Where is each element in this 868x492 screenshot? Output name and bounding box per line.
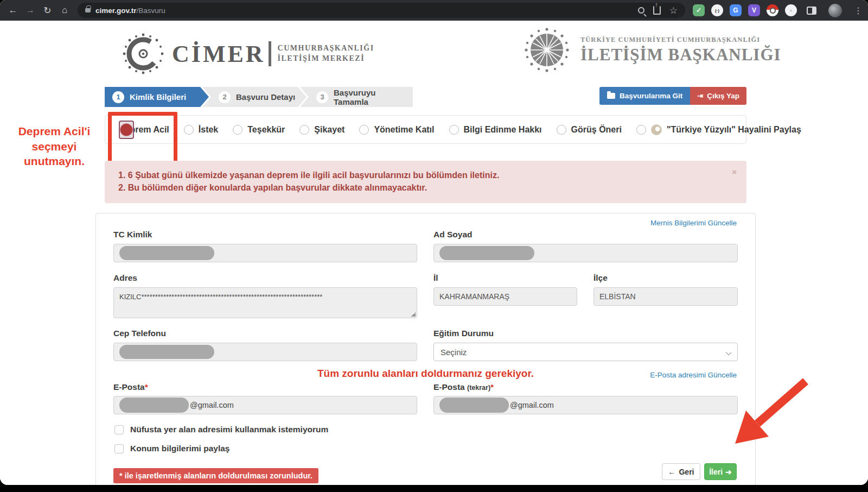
- checkbox-icon[interactable]: [114, 425, 124, 434]
- iletisim-baskanligi-logo: TÜRKİYE CUMHURİYETİ CUMHURBAŞKANLIĞI İLE…: [522, 25, 781, 75]
- translate-extension-icon[interactable]: G: [730, 4, 742, 16]
- radio-icon[interactable]: [636, 125, 646, 135]
- email-suffix: @gmail.com: [510, 401, 554, 409]
- pokeball-extension-icon[interactable]: [767, 4, 778, 16]
- back-icon[interactable]: ←: [5, 2, 21, 18]
- email-update-link[interactable]: E-Posta adresimi Güncelle: [650, 371, 737, 379]
- ilce-label: İlçe: [593, 273, 608, 283]
- url-host: cimer.gov.tr: [95, 7, 137, 15]
- checkbox-nufus-adres[interactable]: Nüfusta yer alan adresimi kullanmak iste…: [114, 425, 328, 434]
- lock-icon: [85, 8, 91, 12]
- redaction-blob: [439, 398, 509, 413]
- mernis-update-link[interactable]: Mernis Bilgilerimi Güncelle: [650, 219, 737, 227]
- v-extension-icon[interactable]: V: [748, 4, 760, 16]
- forward-icon[interactable]: →: [23, 2, 38, 18]
- annotation-reminder-text: Deprem Acil'i seçmeyi unutmayın.: [8, 124, 101, 169]
- side-panel-icon[interactable]: [807, 7, 816, 15]
- radio-yonetime-katil[interactable]: Yönetime Katıl: [359, 125, 434, 135]
- address-bar[interactable]: cimer.gov.tr /Basvuru ☆: [78, 3, 685, 18]
- geri-button[interactable]: ← Geri: [662, 463, 700, 480]
- folder-icon: [607, 93, 615, 99]
- cimer-logo: CİMER CUMHURBAŞKANLIĞI İLETİŞİM MERKEZİ: [122, 33, 374, 75]
- tc-kimlik-label: TC Kimlik: [113, 230, 152, 239]
- gov-logo-line2: İLETİŞİM BAŞKANLIĞI: [580, 45, 781, 65]
- tc-kimlik-input[interactable]: [113, 244, 417, 262]
- adres-label: Adres: [113, 273, 137, 283]
- alert-line-1: 1. 6 Şubat günü ülkemizde yaşanan deprem…: [118, 169, 725, 181]
- egitim-durumu-select[interactable]: Seçiniz: [433, 343, 738, 361]
- gov-logo-line1: TÜRKİYE CUMHURİYETİ CUMHURBAŞKANLIĞI: [580, 36, 781, 44]
- my-applications-button[interactable]: Başvurularıma Git: [599, 87, 690, 105]
- browser-window: ← → ↻ ⌂ cimer.gov.tr /Basvuru ☆ ✓ (·) G …: [0, 0, 868, 485]
- ad-soyad-input[interactable]: [433, 244, 738, 262]
- extensions-puzzle-icon[interactable]: ◦: [785, 4, 797, 16]
- bookmark-star-icon[interactable]: ☆: [669, 5, 678, 16]
- alert-close-icon[interactable]: ×: [732, 167, 737, 176]
- il-label: İl: [433, 273, 438, 283]
- step-number: 1: [112, 91, 124, 103]
- adres-textarea[interactable]: KIZILC**********************************…: [113, 287, 417, 318]
- iletisim-baskanligi-logo-icon: [522, 25, 572, 75]
- radio-gorus-oneri[interactable]: Görüş Öneri: [557, 125, 622, 135]
- radio-deprem-acil[interactable]: Deprem Acil: [119, 125, 169, 135]
- profile-avatar[interactable]: [828, 4, 842, 17]
- radio-selected-icon[interactable]: [119, 121, 134, 139]
- url-path: /Basvuru: [137, 7, 165, 15]
- radio-icon[interactable]: [299, 125, 309, 135]
- wizard-actions: Başvurularıma Git ⇥ Çıkış Yap: [599, 87, 746, 105]
- checkbox-icon[interactable]: [114, 444, 124, 453]
- home-icon[interactable]: ⌂: [57, 2, 72, 18]
- cimer-wordmark: CİMER: [172, 40, 265, 68]
- extensions-area: ✓ (·) G V ◦ ⋮: [693, 4, 863, 17]
- step-label: Başvuruyu Tamamla: [334, 88, 402, 106]
- logout-button[interactable]: ⇥ Çıkış Yap: [690, 87, 746, 105]
- radio-bilgi-edinme[interactable]: Bilgi Edinme Hakkı: [449, 125, 542, 135]
- alert-line-2: 2. Bu bölümden diğer konularda yapılan b…: [118, 181, 725, 194]
- radio-icon[interactable]: [233, 125, 242, 135]
- cimer-logo-icon: [122, 33, 164, 75]
- radio-istek[interactable]: İstek: [184, 125, 218, 135]
- next-arrow-icon: ➜: [725, 468, 732, 476]
- ilce-input[interactable]: ELBİSTAN: [593, 287, 738, 306]
- radio-icon[interactable]: [359, 125, 369, 135]
- eposta-tekrar-input[interactable]: @gmail.com: [433, 396, 738, 414]
- browser-toolbar: ← → ↻ ⌂ cimer.gov.tr /Basvuru ☆ ✓ (·) G …: [0, 0, 868, 21]
- step-label: Kimlik Bilgileri: [130, 92, 186, 102]
- radio-icon[interactable]: [449, 125, 459, 135]
- turkiye-yuzyili-logo-icon: [651, 124, 662, 135]
- adblock-extension-icon[interactable]: ✓: [693, 4, 705, 16]
- redaction-blob: [119, 246, 214, 260]
- redaction-blob: [119, 345, 214, 359]
- back-arrow-icon: ←: [668, 468, 675, 476]
- chevron-down-icon: [726, 350, 732, 356]
- required-fields-badge: * ile işaretlenmiş alanların doldurulmas…: [113, 468, 318, 483]
- deprem-alert: 1. 6 Şubat günü ülkemizde yaşanan deprem…: [105, 161, 746, 203]
- extension-icon[interactable]: (·): [711, 4, 723, 16]
- redaction-blob: [119, 398, 189, 413]
- step-kimlik-bilgileri[interactable]: 1 Kimlik Bilgileri: [105, 87, 209, 107]
- email-suffix: @gmail.com: [190, 401, 234, 409]
- step-wizard: 1 Kimlik Bilgileri 2 Başvuru Detayı 3 Ba…: [105, 87, 413, 107]
- reload-icon[interactable]: ↻: [40, 2, 55, 18]
- cep-telefonu-input[interactable]: [113, 343, 417, 361]
- share-icon[interactable]: [653, 6, 661, 15]
- step-number: 2: [219, 91, 231, 103]
- logout-icon: ⇥: [697, 92, 703, 100]
- radio-icon[interactable]: [184, 125, 194, 135]
- radio-icon[interactable]: [557, 125, 566, 135]
- browser-menu-icon[interactable]: ⋮: [854, 5, 863, 16]
- cep-telefonu-label: Cep Telefonu: [113, 329, 166, 338]
- step-basvuruyu-tamamla[interactable]: 3 Başvuruyu Tamamla: [300, 87, 413, 107]
- step-basvuru-detayi[interactable]: 2 Başvuru Detayı: [202, 87, 307, 107]
- eposta-input[interactable]: @gmail.com: [113, 396, 417, 414]
- search-icon[interactable]: [638, 7, 644, 14]
- radio-tesekkur[interactable]: Teşekkür: [233, 125, 285, 135]
- il-input[interactable]: KAHRAMANMARAŞ: [433, 287, 577, 306]
- ileri-button[interactable]: İleri ➜: [704, 463, 737, 480]
- radio-sikayet[interactable]: Şikayet: [299, 125, 344, 135]
- radio-turkiye-yuzyili[interactable]: "Türkiye Yüzyılı" Hayalini Paylaş: [636, 124, 801, 135]
- ad-soyad-label: Ad Soyad: [433, 230, 472, 239]
- redaction-blob: [439, 246, 534, 260]
- step-number: 3: [316, 91, 328, 103]
- checkbox-konum-paylas[interactable]: Konum bilgilerimi paylaş: [114, 444, 229, 453]
